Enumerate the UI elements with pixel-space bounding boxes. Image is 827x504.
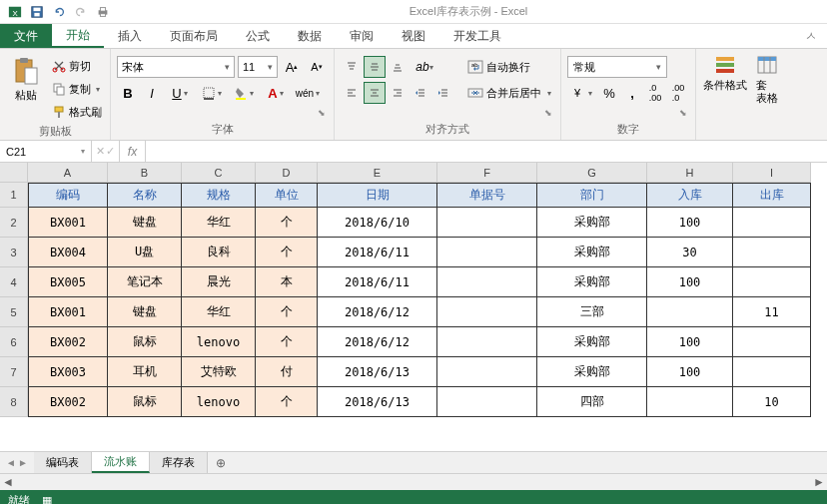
header-cell[interactable]: 规格: [182, 183, 256, 208]
cell[interactable]: 2018/6/12: [318, 297, 437, 327]
align-right-button[interactable]: [387, 82, 409, 104]
cell[interactable]: 笔记本: [108, 267, 182, 297]
font-color-button[interactable]: A▾: [261, 82, 291, 104]
phonetic-button[interactable]: wén▾: [293, 82, 323, 104]
increase-indent-button[interactable]: [432, 82, 454, 104]
header-cell[interactable]: 单据号: [437, 183, 537, 208]
cell[interactable]: 键盘: [108, 297, 182, 327]
font-size-combo[interactable]: 11▾: [238, 56, 278, 78]
align-middle-button[interactable]: [364, 56, 386, 78]
cell[interactable]: 四部: [537, 387, 647, 417]
save-button[interactable]: [26, 1, 48, 23]
cell[interactable]: 华红: [182, 208, 256, 238]
comma-button[interactable]: ,: [621, 82, 643, 104]
align-bottom-button[interactable]: [387, 56, 409, 78]
cell[interactable]: [647, 297, 733, 327]
col-header[interactable]: H: [647, 163, 733, 183]
header-cell[interactable]: 名称: [108, 183, 182, 208]
align-center-button[interactable]: [364, 82, 386, 104]
bold-button[interactable]: B: [117, 82, 139, 104]
cell[interactable]: [437, 327, 537, 357]
row-header[interactable]: 5: [0, 297, 28, 327]
cell[interactable]: 鼠标: [108, 387, 182, 417]
cell[interactable]: 个: [256, 327, 318, 357]
cell[interactable]: [437, 357, 537, 387]
cell[interactable]: 采购部: [537, 208, 647, 238]
cell[interactable]: 2018/6/10: [318, 208, 437, 238]
tab-formula[interactable]: 公式: [232, 24, 284, 48]
align-left-button[interactable]: [341, 82, 363, 104]
header-cell[interactable]: 编码: [28, 183, 108, 208]
undo-button[interactable]: [48, 1, 70, 23]
cell[interactable]: U盘: [108, 238, 182, 267]
sheet-nav[interactable]: ◄►: [0, 452, 34, 473]
cell[interactable]: 个: [256, 297, 318, 327]
accounting-format-button[interactable]: ¥▾: [567, 82, 597, 104]
cut-button[interactable]: 剪切: [50, 56, 104, 76]
font-launcher[interactable]: ⬊: [318, 108, 326, 118]
cell[interactable]: BX002: [28, 387, 108, 417]
add-sheet-button[interactable]: ⊕: [208, 452, 234, 473]
cell[interactable]: 100: [647, 267, 733, 297]
paste-button[interactable]: 粘贴: [6, 52, 46, 103]
row-header[interactable]: 2: [0, 208, 28, 238]
format-table-button[interactable]: 套 表格: [752, 52, 782, 105]
tab-file[interactable]: 文件: [0, 24, 52, 48]
cell[interactable]: 2018/6/11: [318, 238, 437, 267]
cell[interactable]: 采购部: [537, 357, 647, 387]
row-header[interactable]: 1: [0, 183, 28, 208]
cell[interactable]: [733, 327, 811, 357]
underline-button[interactable]: U▾: [165, 82, 195, 104]
number-format-combo[interactable]: 常规▾: [567, 56, 667, 78]
col-header[interactable]: F: [437, 163, 537, 183]
col-header[interactable]: D: [256, 163, 318, 183]
cell[interactable]: 个: [256, 387, 318, 417]
cell[interactable]: 良科: [182, 238, 256, 267]
redo-button[interactable]: [70, 1, 92, 23]
row-header[interactable]: 3: [0, 238, 28, 267]
worksheet-grid[interactable]: A B C D E F G H I 1编码名称规格单位日期单据号部门入库出库2B…: [0, 163, 827, 451]
header-cell[interactable]: 部门: [537, 183, 647, 208]
cell[interactable]: 2018/6/11: [318, 267, 437, 297]
conditional-format-button[interactable]: 条件格式: [702, 52, 748, 92]
col-header[interactable]: A: [28, 163, 108, 183]
font-name-combo[interactable]: 宋体▾: [117, 56, 235, 78]
enter-formula-icon[interactable]: ✓: [106, 145, 115, 158]
cell[interactable]: 100: [647, 357, 733, 387]
copy-button[interactable]: 复制▾: [50, 79, 104, 99]
cell[interactable]: BX003: [28, 357, 108, 387]
col-header[interactable]: B: [108, 163, 182, 183]
sheet-tab-3[interactable]: 库存表: [150, 452, 208, 473]
cell[interactable]: 晨光: [182, 267, 256, 297]
cell[interactable]: 个: [256, 208, 318, 238]
cell[interactable]: 采购部: [537, 267, 647, 297]
decrease-decimal-button[interactable]: .00.0: [667, 82, 689, 104]
decrease-font-button[interactable]: A▾: [306, 56, 328, 78]
macro-record-icon[interactable]: ▦: [42, 494, 52, 505]
cancel-formula-icon[interactable]: ✕: [96, 145, 105, 158]
cell[interactable]: [437, 297, 537, 327]
italic-button[interactable]: I: [141, 82, 163, 104]
cell[interactable]: [437, 208, 537, 238]
cell[interactable]: lenovo: [182, 327, 256, 357]
cell[interactable]: [437, 267, 537, 297]
cell[interactable]: BX005: [28, 267, 108, 297]
col-header[interactable]: E: [318, 163, 437, 183]
cell[interactable]: 三部: [537, 297, 647, 327]
formula-input[interactable]: [146, 141, 827, 162]
horizontal-scrollbar[interactable]: ◄ ►: [0, 473, 827, 490]
percent-button[interactable]: %: [598, 82, 620, 104]
fx-icon[interactable]: fx: [120, 141, 146, 162]
cell[interactable]: 采购部: [537, 238, 647, 267]
cell[interactable]: 耳机: [108, 357, 182, 387]
cell[interactable]: [647, 387, 733, 417]
cell[interactable]: 付: [256, 357, 318, 387]
tab-review[interactable]: 审阅: [336, 24, 388, 48]
cell[interactable]: 100: [647, 327, 733, 357]
header-cell[interactable]: 入库: [647, 183, 733, 208]
cell[interactable]: 2018/6/13: [318, 387, 437, 417]
row-header[interactable]: 7: [0, 357, 28, 387]
cell[interactable]: [733, 238, 811, 267]
tab-view[interactable]: 视图: [388, 24, 439, 48]
cell[interactable]: BX001: [28, 297, 108, 327]
